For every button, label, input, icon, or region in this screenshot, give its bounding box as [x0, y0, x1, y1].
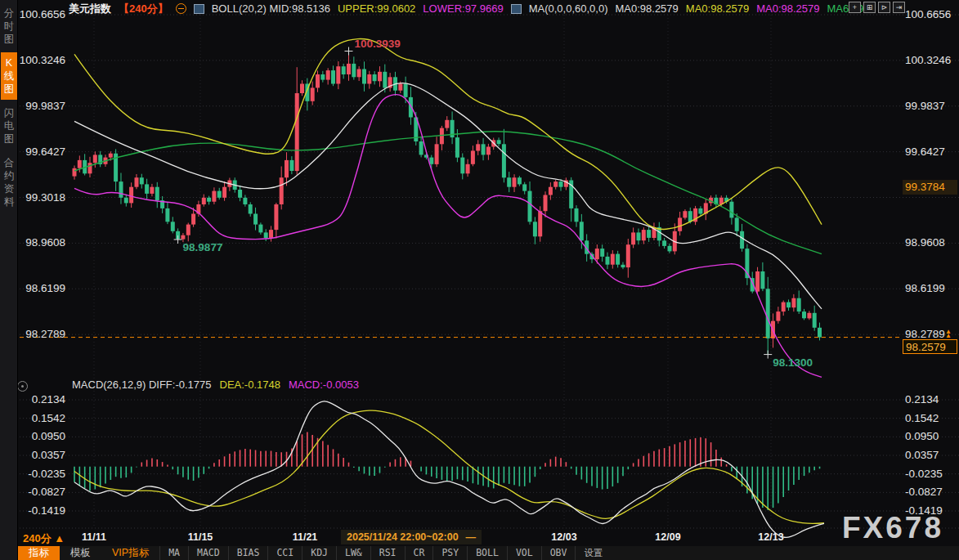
x-axis-date: 12/09	[643, 531, 692, 543]
main-price-tick: 99.6427	[25, 146, 65, 159]
main-price-tick: 100.6656	[905, 8, 951, 21]
macd-value-tick: -0.0235	[905, 468, 943, 481]
main-price-tick: 99.9837	[25, 100, 65, 113]
prev-close-price-label: 99.3784	[903, 180, 957, 195]
sidebar-tab-分时图[interactable]: 分时图	[1, 2, 17, 50]
main-price-tick: 98.9608	[905, 236, 945, 249]
toolbar-indicator-BOLL[interactable]: BOLL	[467, 546, 507, 560]
legend-text: LOWER:97.9669	[423, 2, 503, 15]
toolbar-indicator-MA[interactable]: MA	[159, 546, 188, 560]
toolbar-indicator-PSY[interactable]: PSY	[432, 546, 467, 560]
toolbar-indicator-OBV[interactable]: OBV	[541, 546, 576, 560]
snapshot-icon[interactable]	[17, 381, 28, 392]
x-axis-date: 11/21	[280, 531, 329, 543]
pan-icon[interactable]: +	[849, 2, 861, 13]
current-price-label: 98.2579	[903, 339, 957, 354]
main-price-tick: 98.2789	[25, 328, 65, 341]
ma-indicator-icon[interactable]	[511, 4, 522, 14]
macd-value-tick: 0.0950	[32, 430, 65, 443]
toolbar-indicator-CR[interactable]: CR	[405, 546, 433, 560]
toolbar-tab-模板[interactable]: 模板	[60, 546, 101, 560]
toolbar-indicator-LW&[interactable]: LW&	[336, 546, 370, 560]
zoom-out-icon[interactable]	[176, 3, 186, 14]
window-controls: +⊞⊳⇥	[849, 2, 905, 13]
main-price-tick: 100.6656	[20, 8, 65, 21]
main-price-tick: 99.3018	[25, 191, 65, 204]
highlighted-date-text: 2025/11/24 22:00~02:00	[347, 531, 459, 543]
x-axis-date: 11/11	[69, 531, 119, 543]
period-selector[interactable]: 240分 ▲	[23, 531, 65, 546]
main-price-tick: 98.6199	[905, 282, 945, 295]
toolbar-settings[interactable]: 设置	[575, 546, 611, 560]
macd-value-tick: -0.1419	[28, 504, 65, 517]
sidebar-tab-合约资料[interactable]: 合约资料	[1, 152, 17, 213]
x-axis-date: 12/13	[746, 531, 795, 543]
legend-text: MA(0,0,0,60,0,0)	[529, 2, 608, 15]
boll-indicator-icon[interactable]	[194, 4, 204, 14]
macd-value-tick: 0.1542	[905, 412, 939, 425]
legend-text: 美元指数	[69, 2, 111, 16]
legend-text: MA0:98.2579	[686, 2, 749, 15]
macd-legend: MACD(26,12,9) DIFF:-0.1775DEA:-0.1748MAC…	[72, 378, 359, 391]
main-price-tick: 98.9608	[25, 236, 65, 249]
legend-text: BOLL(20,2) MID:98.5136	[212, 2, 330, 15]
macd-value-tick: 0.0357	[32, 449, 65, 462]
highlighted-date-range: 2025/11/24 22:00~02:00 —	[341, 530, 482, 544]
toolbar-indicator-KDJ[interactable]: KDJ	[302, 546, 336, 560]
watermark: FX678	[842, 511, 943, 545]
macd-value-tick: -0.0235	[28, 468, 65, 481]
macd-value-tick: 0.2134	[32, 393, 65, 406]
low-price-annotation-2: 98.1300	[773, 356, 813, 369]
toolbar-indicator-VOL[interactable]: VOL	[507, 546, 541, 560]
macd-value-tick: 0.0357	[905, 449, 939, 462]
sidebar: 分时图K线图闪电图合约资料	[0, 0, 18, 560]
macd-legend-text: MACD:-0.0053	[289, 379, 359, 391]
bottom-toolbar: 指标模板VIP指标MAMACDBIASCCIKDJLW&RSICRPSYBOLL…	[18, 546, 959, 560]
main-chart-legend: 美元指数【240分】BOLL(20,2) MID:98.5136UPPER:99…	[69, 2, 863, 16]
toolbar-tab-VIP指标[interactable]: VIP指标	[101, 546, 159, 560]
main-price-tick: 98.6199	[25, 282, 65, 295]
macd-legend-text: DEA:-0.1748	[220, 379, 280, 391]
fit-frame-icon[interactable]: ⊞	[863, 2, 876, 13]
chart-canvas[interactable]	[0, 0, 959, 560]
macd-value-tick: 0.2134	[905, 393, 939, 406]
x-axis-date: 11/15	[176, 531, 225, 543]
toolbar-indicator-BIAS[interactable]: BIAS	[228, 546, 268, 560]
toolbar-indicator-RSI[interactable]: RSI	[370, 546, 405, 560]
legend-text: MA0:98.2579	[756, 2, 819, 15]
x-axis-date: 12/03	[540, 531, 589, 543]
macd-value-tick: 0.0950	[905, 430, 939, 443]
main-price-tick: 99.9837	[905, 100, 945, 113]
low-price-annotation-1: 98.9877	[183, 241, 223, 253]
price-up-arrow-icon: ▲▲	[945, 329, 952, 338]
toolbar-indicator-CCI[interactable]: CCI	[267, 546, 302, 560]
legend-text: UPPER:99.0602	[338, 2, 415, 15]
legend-text: 【240分】	[119, 2, 168, 16]
main-price-tick: 99.6427	[905, 146, 945, 159]
sidebar-tab-K线图[interactable]: K线图	[1, 52, 17, 100]
high-price-annotation: 100.3939	[354, 38, 400, 50]
toolbar-indicator-MACD[interactable]: MACD	[188, 546, 228, 560]
main-price-tick: 100.3246	[905, 54, 951, 67]
toolbar-tab-指标[interactable]: 指标	[18, 546, 60, 560]
exit-frame-icon[interactable]: ⇥	[893, 2, 905, 13]
macd-value-tick: -0.0827	[905, 486, 943, 499]
range-dash-icon: —	[466, 531, 477, 543]
trading-app: 分时图K线图闪电图合约资料 美元指数【240分】BOLL(20,2) MID:9…	[0, 0, 959, 560]
main-price-tick: 100.3246	[20, 54, 65, 67]
legend-text: MA0:98.2579	[615, 2, 678, 15]
macd-legend-text: MACD(26,12,9) DIFF:-0.1775	[72, 379, 212, 391]
macd-value-tick: 0.1542	[32, 412, 65, 425]
macd-value-tick: -0.0827	[28, 486, 65, 499]
play-frame-icon[interactable]: ⊳	[878, 2, 890, 13]
sidebar-tab-闪电图[interactable]: 闪电图	[1, 102, 17, 150]
